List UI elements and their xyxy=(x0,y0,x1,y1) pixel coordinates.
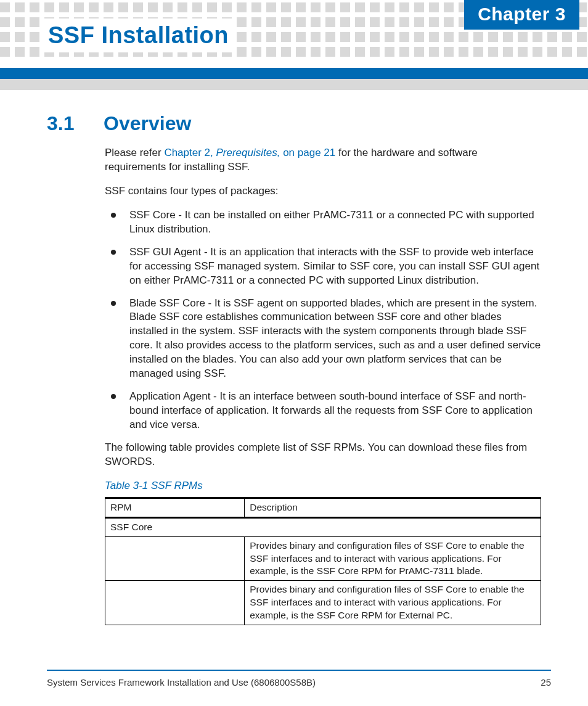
rpms-table: RPM Description SSF Core Provides binary… xyxy=(105,497,541,625)
table-category-row: SSF Core xyxy=(105,517,541,536)
table-lead: The following table provides complete li… xyxy=(105,441,541,469)
cross-reference[interactable]: Chapter 2, Prerequisites, on page 21 xyxy=(164,147,335,158)
chapter-badge: Chapter 3 xyxy=(464,0,579,30)
list-item: Blade SSF Core - It is SSF agent on supp… xyxy=(105,297,541,382)
packages-list: SSF Core - It can be installed on either… xyxy=(105,208,541,432)
category-cell: SSF Core xyxy=(105,517,541,536)
table-row: Provides binary and configuration files … xyxy=(105,536,541,581)
intro-prefix: Please refer xyxy=(105,147,164,158)
table-row: Provides binary and configuration files … xyxy=(105,581,541,625)
decorative-blue-bar xyxy=(0,68,588,79)
list-item: SSF Core - It can be installed on either… xyxy=(105,208,541,237)
page-title-container: SSF Installation xyxy=(44,18,236,52)
xref-chapter: Chapter 2, xyxy=(164,147,216,158)
xref-title: Prerequisites, xyxy=(216,147,280,158)
cell-description: Provides binary and configuration files … xyxy=(245,536,541,581)
content-area: 3.1 Overview Please refer Chapter 2, Pre… xyxy=(47,112,541,625)
section-body: Please refer Chapter 2, Prerequisites, o… xyxy=(105,146,541,625)
list-item: Application Agent - It is an interface b… xyxy=(105,390,541,432)
cell-rpm xyxy=(105,536,245,581)
col-description: Description xyxy=(245,498,541,517)
cell-rpm xyxy=(105,581,245,625)
col-rpm: RPM xyxy=(105,498,245,517)
cell-description: Provides binary and configuration files … xyxy=(245,581,541,625)
section-number: 3.1 xyxy=(47,112,81,135)
section-title: Overview xyxy=(104,112,191,135)
page-footer: System Services Framework Installation a… xyxy=(47,670,551,688)
footer-doc-id: System Services Framework Installation a… xyxy=(47,677,316,688)
intro-para: Please refer Chapter 2, Prerequisites, o… xyxy=(105,146,541,174)
xref-page: on page 21 xyxy=(280,147,335,158)
table-caption: Table 3-1 SSF RPMs xyxy=(105,479,541,493)
list-item: SSF GUI Agent - It is an application tha… xyxy=(105,245,541,288)
packages-lead: SSF contains four types of packages: xyxy=(105,184,541,199)
section-heading: 3.1 Overview xyxy=(47,112,541,135)
decorative-gray-bar xyxy=(0,79,588,90)
table-header-row: RPM Description xyxy=(105,498,541,517)
page-title: SSF Installation xyxy=(48,22,229,49)
footer-page-number: 25 xyxy=(541,677,551,688)
